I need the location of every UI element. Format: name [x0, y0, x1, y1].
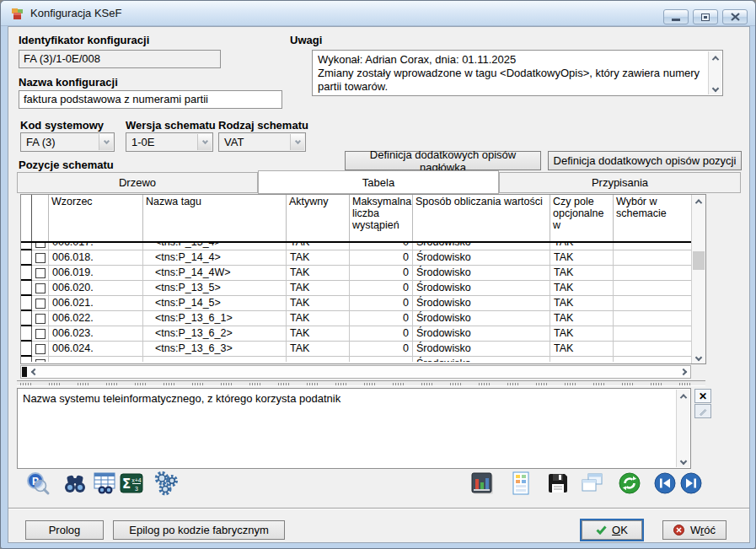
uwagi-label: Uwagi — [290, 34, 322, 46]
tab-przypisania[interactable]: Przypisania — [499, 172, 741, 193]
copy-button[interactable] — [579, 470, 604, 497]
scrollbar-thumb[interactable] — [22, 367, 27, 377]
identifier-field: FA (3)/1-0E/008 — [19, 50, 221, 68]
wroc-button[interactable]: Wróć — [662, 520, 727, 540]
scroll-down-icon[interactable] — [709, 82, 722, 94]
wersja-schematu-select[interactable]: 1-0E — [126, 132, 213, 152]
titlebar[interactable]: Konfiguracja KSeF — [1, 1, 755, 26]
row-checkbox[interactable] — [35, 268, 46, 278]
close-button[interactable] — [722, 9, 748, 24]
row-indicator — [21, 250, 32, 266]
table-row[interactable]: 006.017. <tns:P_13_4> TAK 0 Środowisko T… — [21, 243, 691, 250]
splitter-grip-icon — [20, 383, 702, 385]
table-row[interactable]: 006.018. <tns:P_14_4> TAK 0 Środowisko T… — [21, 250, 691, 266]
row-checkbox[interactable] — [35, 314, 46, 324]
kod-systemowy-select[interactable]: FA (3) — [20, 132, 115, 152]
table-row[interactable]: 006.024. <tns:P_13_6_3> TAK 0 Środowisko… — [21, 342, 691, 357]
scroll-up-icon[interactable] — [677, 390, 690, 402]
scrollbar-thumb[interactable] — [693, 251, 705, 270]
header-aktywny[interactable]: Aktywny — [287, 195, 350, 241]
scroll-up-icon[interactable] — [692, 195, 705, 207]
report-button[interactable] — [508, 470, 533, 497]
tab-drzewo[interactable]: Drzewo — [17, 172, 258, 193]
scroll-down-icon[interactable] — [677, 455, 690, 467]
row-checkbox[interactable] — [35, 283, 46, 293]
header-wybor[interactable]: Wybór w schemacie — [614, 195, 691, 241]
chart-button[interactable] — [469, 470, 495, 497]
chevron-down-icon[interactable] — [290, 134, 304, 150]
find-button[interactable] — [62, 470, 88, 497]
table-row[interactable]: 006.023. <tns:P_13_6_2> TAK 0 Środowisko… — [21, 326, 691, 342]
def-opisow-naglowka-button[interactable]: Definicja dodatkowych opisów nagłówka — [345, 151, 541, 170]
uwagi-memo[interactable]: Wykonał: Adrian Corax, dnia: 01.11.2025 … — [312, 50, 723, 96]
cell-sposob: Środowisko — [413, 342, 550, 357]
scroll-left-icon[interactable] — [28, 366, 41, 378]
table-row[interactable]: 006.021. <tns:P_14_5> TAK 0 Środowisko T… — [21, 296, 691, 311]
header-maksymalna[interactable]: Maksymalna liczba wystąpień — [350, 195, 413, 241]
maximize-icon — [701, 13, 710, 21]
refresh-button[interactable] — [617, 470, 642, 497]
dialog-content: Identyfikator konfiguracji Uwagi FA (3)/… — [8, 26, 750, 543]
go-first-button[interactable] — [652, 470, 678, 497]
minimize-button[interactable] — [663, 9, 689, 24]
table-row[interactable]: 006.019. <tns:P_14_4W> TAK 0 Środowisko … — [21, 266, 691, 281]
header-sposob[interactable]: Sposób obliczania wartości — [413, 195, 550, 241]
scroll-right-icon[interactable] — [677, 366, 690, 378]
formula-icon: Σ x+4 3 — [119, 471, 144, 496]
tab-tabela[interactable]: Tabela — [258, 170, 499, 194]
row-checkbox[interactable] — [35, 253, 46, 263]
find-in-table-button[interactable] — [92, 470, 117, 497]
row-checkbox[interactable] — [35, 359, 46, 363]
cell-nazwa-tagu: <tns:P_13_5> — [143, 281, 287, 296]
header-wzorzec[interactable]: Wzorzec — [49, 195, 143, 241]
row-indicator — [21, 342, 32, 357]
cell-aktywny: TAK — [287, 281, 350, 296]
prolog-button[interactable]: Prolog — [25, 520, 104, 540]
description-scrollbar[interactable] — [676, 390, 689, 467]
header-nazwa-tagu[interactable]: Nazwa tagu — [143, 195, 287, 241]
uwagi-scrollbar[interactable] — [708, 51, 721, 94]
description-panel[interactable]: Nazwa systemu teleinformatycznego, z któ… — [17, 388, 691, 469]
scroll-down-icon[interactable] — [692, 351, 705, 363]
def-opisow-pozycji-button[interactable]: Definicja dodatkowych opisów pozycji — [548, 151, 742, 170]
cell-aktywny: TAK — [287, 326, 350, 342]
settings-button[interactable] — [153, 470, 179, 497]
row-indicator — [21, 296, 32, 311]
table-row[interactable]: 006.022. <tns:P_13_6_1> TAK 0 Środowisko… — [21, 311, 691, 326]
table-row[interactable]: Środowisko — [21, 357, 691, 362]
name-field[interactable]: faktura podstawowa z numerami partii — [19, 90, 282, 109]
grid-viewport: 006.017. <tns:P_13_4> TAK 0 Środowisko T… — [21, 243, 691, 362]
row-indicator — [21, 281, 32, 296]
name-label: Nazwa konfiguracji — [19, 76, 118, 89]
preview-button[interactable]: P — [25, 470, 51, 497]
clear-description-button[interactable]: ✕ — [694, 389, 711, 403]
maximize-button[interactable] — [693, 9, 718, 24]
chevron-down-icon[interactable] — [197, 134, 212, 150]
epilog-button[interactable]: Epilog po kodzie fabrycznym — [113, 520, 285, 540]
save-button[interactable] — [545, 470, 571, 497]
scroll-up-icon[interactable] — [709, 51, 722, 64]
formula-button[interactable]: Σ x+4 3 — [119, 470, 144, 497]
ok-button[interactable]: OK — [582, 520, 642, 540]
cell-opcjonalne: TAK — [550, 296, 614, 311]
row-checkbox-cell — [32, 342, 49, 357]
grid-horizontal-scrollbar[interactable] — [20, 365, 691, 379]
row-checkbox[interactable] — [35, 299, 46, 309]
rodzaj-schematu-select[interactable]: VAT — [218, 132, 306, 152]
table-row[interactable]: 006.020. <tns:P_13_5> TAK 0 Środowisko T… — [21, 281, 691, 296]
go-last-button[interactable] — [678, 470, 704, 497]
description-text: Nazwa systemu teleinformatycznego, z któ… — [23, 392, 670, 406]
cell-wybor — [614, 281, 691, 296]
row-checkbox[interactable] — [35, 344, 46, 354]
cell-wybor — [614, 342, 691, 357]
edit-description-button[interactable] — [694, 404, 711, 418]
chevron-down-icon[interactable] — [99, 134, 113, 150]
row-checkbox[interactable] — [35, 329, 46, 339]
cell-maksymalna — [350, 357, 413, 362]
grid-vertical-scrollbar[interactable] — [691, 195, 705, 363]
header-opcjonalne[interactable]: Czy pole opcjonalne w — [550, 195, 614, 241]
row-checkbox[interactable] — [35, 243, 46, 248]
pencil-icon — [698, 406, 708, 417]
splitter-handle[interactable] — [17, 380, 705, 386]
uwagi-text: Wykonał: Adrian Corax, dnia: 01.11.2025 … — [318, 53, 704, 94]
